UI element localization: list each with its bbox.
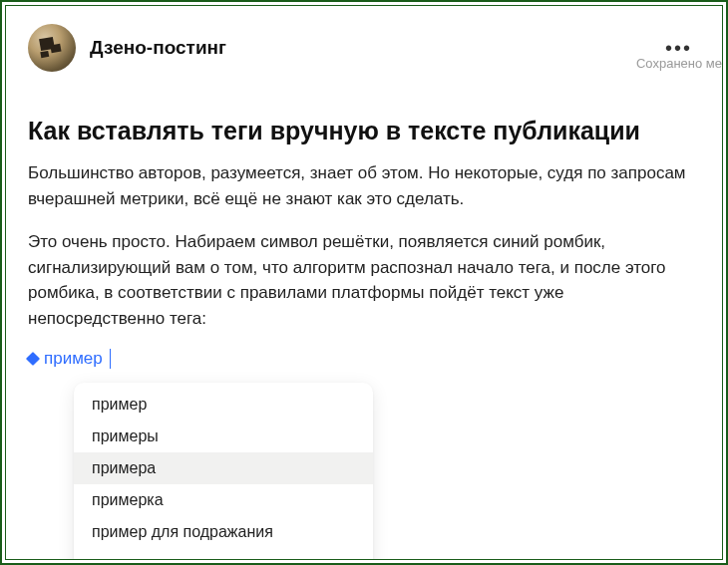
author-block[interactable]: Дзено-постинг	[28, 24, 226, 72]
suggestion-item[interactable]: пример для подражания	[74, 516, 373, 548]
tag-suggestions-dropdown: примерпримерыпримерапримеркапример для п…	[74, 383, 373, 560]
suggestion-item[interactable]: примерка	[74, 484, 373, 516]
suggestion-item[interactable]: примера	[74, 452, 373, 484]
suggestion-item[interactable]: пример	[74, 389, 373, 421]
article-title[interactable]: Как вставлять теги вручную в тексте публ…	[28, 116, 700, 146]
outer-frame: Дзено-постинг ••• Сохранено ме Как встав…	[0, 0, 728, 565]
avatar[interactable]	[28, 24, 76, 72]
article-body: Как вставлять теги вручную в тексте публ…	[28, 116, 700, 560]
header: Дзено-постинг •••	[28, 24, 700, 72]
tag-diamond-icon	[26, 352, 40, 366]
inner-frame: Дзено-постинг ••• Сохранено ме Как встав…	[5, 5, 723, 560]
suggestion-item[interactable]: пример из жизни	[74, 548, 373, 560]
text-caret	[110, 349, 111, 369]
paragraph-2[interactable]: Это очень просто. Набираем символ решётк…	[28, 229, 700, 331]
paragraph-1[interactable]: Большинство авторов, разумеется, знает о…	[28, 160, 700, 211]
save-status: Сохранено ме	[636, 56, 722, 71]
tag-input-text[interactable]: пример	[44, 349, 103, 369]
tag-input-line[interactable]: пример	[28, 349, 700, 369]
suggestion-item[interactable]: примеры	[74, 421, 373, 452]
author-name[interactable]: Дзено-постинг	[90, 37, 226, 59]
